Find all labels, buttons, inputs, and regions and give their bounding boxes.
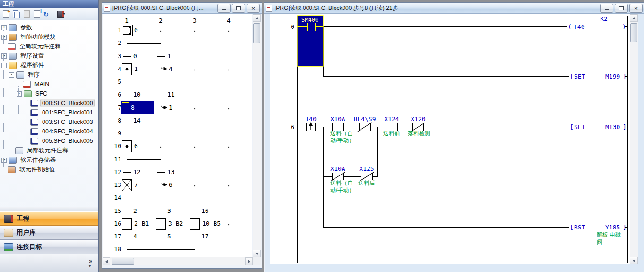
project-tree: +参数 +智能功能模块 全局软元件注释 +程序设置 -程序部件 -程序 MAIN… xyxy=(0,20,98,207)
property-icon[interactable]: i xyxy=(33,10,41,18)
tree-item-device-memory[interactable]: +软元件存储器 xyxy=(0,155,98,165)
scrollbar-thumb[interactable] xyxy=(253,23,260,43)
coil-device: T40 xyxy=(574,23,584,30)
sfc-block-icon xyxy=(30,100,38,107)
ladder-window-titlebar[interactable]: [PRG]读取 000:SFC_Block000 步号8 (只读) 21步 × xyxy=(264,3,644,14)
scroll-left-button[interactable] xyxy=(103,257,110,265)
panel-splitter[interactable]: ········· xyxy=(0,207,98,211)
tree-item-program-setting[interactable]: +程序设置 xyxy=(0,51,98,61)
tree-item-main[interactable]: MAIN xyxy=(0,79,98,89)
svg-text:8: 8 xyxy=(118,117,121,124)
sfc-jump-label: 1 xyxy=(169,104,172,111)
restore-button[interactable] xyxy=(232,4,245,13)
scrollbar-thumb[interactable] xyxy=(630,23,637,42)
sfc-selected-step[interactable]: 8 xyxy=(121,101,154,114)
sfc-horizontal-scrollbar[interactable] xyxy=(103,257,253,265)
svg-text:9: 9 xyxy=(118,130,121,137)
tree-item-label: 局部软元件注释 xyxy=(26,146,70,155)
chevron-right-icon[interactable]: » xyxy=(89,258,92,264)
ladder-window: [PRG]读取 000:SFC_Block000 步号8 (只读) 21步 × xyxy=(264,2,644,272)
copy-icon[interactable] xyxy=(12,10,20,18)
folder-icon xyxy=(9,62,17,69)
sfc-transition-label: 3 xyxy=(167,207,171,214)
expander-icon[interactable]: - xyxy=(1,63,7,68)
svg-text:T40: T40 xyxy=(305,115,316,123)
tree-guide-line xyxy=(3,30,4,167)
tree-item-sfc[interactable]: -SFC xyxy=(0,89,98,98)
new-document-icon[interactable]: + xyxy=(2,10,10,18)
nav-connection-button[interactable]: 连接目标 xyxy=(0,240,98,254)
tree-item-parameters[interactable]: +参数 xyxy=(0,23,98,32)
refresh-icon[interactable]: ↻ xyxy=(43,10,52,18)
sfc-block-icon xyxy=(30,128,38,135)
setting-icon xyxy=(9,53,17,60)
scroll-right-button[interactable] xyxy=(245,257,253,265)
sfc-block-icon xyxy=(30,119,38,126)
scroll-down-button[interactable] xyxy=(253,250,261,257)
tree-item-intelligent-module[interactable]: +智能功能模块 xyxy=(0,32,98,42)
sfc-transition-label: 17 xyxy=(201,233,209,240)
tree-item-local-comment[interactable]: 局部软元件注释 xyxy=(0,146,98,155)
expander-icon[interactable]: + xyxy=(1,158,7,163)
ladder-selected-cell[interactable]: SM400 xyxy=(297,16,323,66)
tree-item-label: SFC xyxy=(34,90,49,97)
client-edge-right xyxy=(638,14,644,272)
svg-text:阀: 阀 xyxy=(597,238,602,245)
tree-item-label: 程序部件 xyxy=(19,61,45,70)
svg-text:2: 2 xyxy=(118,39,121,46)
tree-item-label: 智能功能模块 xyxy=(19,33,57,42)
close-button[interactable]: × xyxy=(629,4,643,13)
tree-item-sfc-block005[interactable]: 005:SFC_Block005 xyxy=(0,136,98,146)
sfc-window-titlebar[interactable]: [PRG]读取 000:SFC_Block000 (只... × xyxy=(102,3,262,14)
chevron-down-icon[interactable]: ▼ xyxy=(88,264,92,268)
minimize-button[interactable] xyxy=(600,4,613,13)
tree-item-program[interactable]: -程序 xyxy=(0,70,98,79)
svg-text:落料检测: 落料检测 xyxy=(408,130,430,137)
nav-user-library-button[interactable]: 用户库 xyxy=(0,226,98,240)
tree-item-sfc-block000[interactable]: 000:SFC_Block000 xyxy=(0,98,98,108)
expander-icon[interactable]: - xyxy=(17,91,22,97)
sfc-window: [PRG]读取 000:SFC_Block000 (只... × 1 2 3 4… xyxy=(102,2,262,269)
tree-item-label: 参数 xyxy=(19,23,34,32)
instruction-device: M199 xyxy=(605,73,620,80)
tree-item-sfc-block004[interactable]: 004:SFC_Block004 xyxy=(0,127,98,136)
sfc-transition-label: 12 xyxy=(133,168,141,175)
tree-item-sfc-block001[interactable]: 001:SFC_Block001 xyxy=(0,108,98,117)
sfc-transition-label: 2 xyxy=(133,207,137,214)
sfc-canvas[interactable]: 1 2 3 4 12 34 56 78 910 1112 1314 1516 1… xyxy=(103,14,252,257)
minimize-button[interactable] xyxy=(217,4,231,13)
svg-text:翻板 电磁: 翻板 电磁 xyxy=(597,231,621,238)
scroll-up-button[interactable] xyxy=(630,14,638,22)
svg-text:X124: X124 xyxy=(384,115,399,123)
svg-text:17: 17 xyxy=(114,233,121,240)
coil-setting: K2 xyxy=(600,15,608,22)
ladder-canvas[interactable]: SM400 0 6 K2 ( T40 ) [ SET M199 ] [ SET xyxy=(270,14,630,264)
tree-item-pou[interactable]: -程序部件 xyxy=(0,61,98,70)
paste-icon[interactable] xyxy=(23,10,31,18)
close-button[interactable]: × xyxy=(247,4,260,13)
restore-button[interactable] xyxy=(615,4,628,13)
sfc-block-icon xyxy=(30,109,38,116)
tree-item-label: 程序 xyxy=(26,70,41,79)
window-buttons: × xyxy=(216,4,260,13)
dropdown-arrow-icon: ▼ xyxy=(62,12,66,16)
expander-icon[interactable]: + xyxy=(1,53,7,59)
nav-project-button[interactable]: 工程 xyxy=(0,211,98,226)
svg-text:1: 1 xyxy=(118,26,121,34)
svg-text:X120: X120 xyxy=(411,115,425,123)
expander-icon[interactable]: - xyxy=(9,72,14,78)
sfc-vertical-scrollbar[interactable] xyxy=(253,14,261,257)
scroll-down-button[interactable] xyxy=(630,257,638,264)
module-select-icon[interactable]: ▼ xyxy=(57,10,65,18)
svg-text:送料（自: 送料（自 xyxy=(330,180,353,186)
scroll-up-button[interactable] xyxy=(253,14,261,22)
tree-item-device-initial[interactable]: 软元件初始值 xyxy=(0,165,98,174)
expander-icon[interactable]: + xyxy=(1,25,7,30)
ladder-vertical-scrollbar[interactable] xyxy=(630,14,638,264)
tree-item-sfc-block003[interactable]: 003:SFC_Block003 xyxy=(0,117,98,127)
tree-item-global-comment[interactable]: 全局软元件注释 xyxy=(0,42,98,51)
sfc-column-header: 2 xyxy=(159,17,163,24)
expander-icon[interactable]: + xyxy=(1,35,7,40)
scrollbar-thumb[interactable] xyxy=(112,258,134,265)
tree-guide-line xyxy=(18,86,19,114)
